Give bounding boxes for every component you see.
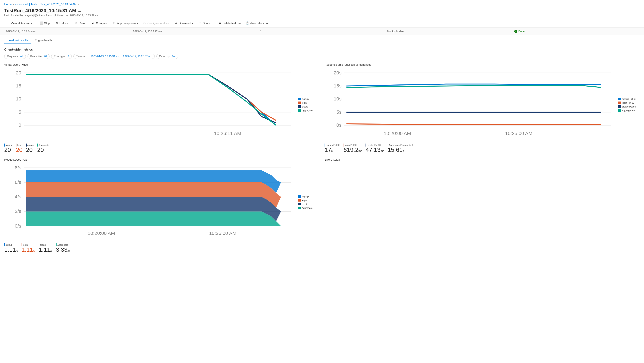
- rerun-icon: ⟳: [74, 21, 78, 25]
- virtual-users-svg: 20 15 10 5 0 10:26:11 A: [4, 68, 296, 141]
- errors-title: Errors (total): [324, 158, 640, 161]
- vu-value-signup: 20: [4, 147, 12, 153]
- rt-legend-color-create: [618, 105, 621, 108]
- auto-refresh-button[interactable]: 🕐 Auto refresh off: [244, 20, 272, 26]
- clock-icon: 🕐: [246, 21, 249, 25]
- status-label: Done: [518, 30, 524, 33]
- rs-legend-signup: signup: [298, 195, 320, 198]
- tab-engine-health[interactable]: Engine health: [31, 37, 55, 44]
- virtual-users-title: Virtual Users (Max): [4, 63, 320, 66]
- tab-load-test-results[interactable]: Load test results: [4, 37, 31, 44]
- rt-legend-label-create: create Pct 90: [622, 105, 636, 108]
- more-options[interactable]: ...: [78, 9, 81, 12]
- share-button[interactable]: ⤴ Share: [196, 20, 212, 26]
- filter-time-range[interactable]: Time ran... : 2023-04-19, 10:15:34 a.m. …: [74, 54, 154, 59]
- rs-metric-signup: signup 1.11/s: [4, 243, 18, 253]
- vu-metric-signup: signup 20: [4, 144, 12, 153]
- svg-text:8/s: 8/s: [15, 165, 21, 170]
- share-icon: ⤴: [198, 21, 202, 25]
- virtual-users-metric-cards: signup 20 login 20: [4, 144, 320, 153]
- page-subtitle: Last Updated by : aayodeji@microsoft.com…: [4, 14, 640, 17]
- rt-legend-signup: signup Pct 90: [618, 98, 640, 100]
- rs-label-aggregate: Aggregate: [57, 244, 68, 246]
- rs-legend-label-aggregate: Aggregate: [302, 207, 312, 209]
- response-time-legend: signup Pct 90 login Pct 90 create Pct 90…: [618, 68, 640, 141]
- delete-test-run-button[interactable]: 🗑 Delete test run: [216, 20, 243, 26]
- vu-value-create: 20: [26, 147, 34, 153]
- compare-icon: ⇌: [92, 21, 95, 25]
- settings-icon: ⚙: [143, 21, 146, 25]
- metrics-grid: Virtual Users (Max) 20 15 10 5: [4, 63, 640, 253]
- filter-requests[interactable]: Requests : All: [4, 54, 26, 59]
- count-cell: 1: [258, 29, 386, 34]
- rs-value-login: 1.11/s: [22, 247, 36, 253]
- vu-metric-aggregate: Aggregate 20: [37, 144, 49, 153]
- rt-legend-label-login: login Pct 90: [622, 101, 634, 104]
- vu-label-login: login: [17, 144, 22, 146]
- rs-label-create: create: [40, 244, 46, 246]
- rt-value-aggregate: 15.61s: [388, 147, 414, 153]
- vu-value-aggregate: 20: [37, 147, 49, 153]
- rs-metric-create: create 1.11/s: [38, 243, 52, 253]
- app-components-button[interactable]: ⊞ App components: [110, 20, 140, 26]
- rt-metric-aggregate: Aggregate Percentile90 15.61s: [388, 144, 414, 153]
- filter-percentile[interactable]: Percentile : 90: [28, 54, 50, 59]
- filter-group-by[interactable]: Group by : 1m: [156, 54, 178, 59]
- rs-legend-label-login: login: [302, 199, 307, 202]
- refresh-button[interactable]: ↻ Refresh: [53, 20, 72, 26]
- rt-legend-login: login Pct 90: [618, 101, 640, 104]
- svg-text:10:20:00 AM: 10:20:00 AM: [88, 230, 115, 236]
- response-time-chart-area: 20s 15s 10s 5s 0s 10:20: [324, 68, 640, 141]
- svg-text:0s: 0s: [336, 122, 342, 128]
- rs-legend-color-create: [298, 203, 301, 205]
- rs-metric-login: login 1.11/s: [22, 243, 36, 253]
- rs-legend-label-signup: signup: [302, 195, 308, 198]
- svg-text:6/s: 6/s: [15, 179, 21, 185]
- rs-label-signup: signup: [6, 244, 12, 246]
- breadcrumb-home[interactable]: Home: [4, 2, 12, 6]
- breadcrumb-sep-3: ›: [78, 3, 79, 5]
- rt-metric-create: create Pct 90 47.13ms: [366, 144, 384, 153]
- breadcrumb-test-run[interactable]: Test_4/19/2023_10:13:34 AM: [40, 2, 76, 6]
- virtual-users-legend: signup login create Aggregate: [298, 68, 320, 141]
- configure-metrics-button[interactable]: ⚙ Configure metrics: [141, 20, 171, 26]
- rs-legend-create: create: [298, 203, 320, 205]
- info-row: 2023-04-19, 10:15:34 a.m. 2023-04-19, 10…: [0, 28, 644, 35]
- breadcrumb: Home › awesomeIt | Tests › Test_4/19/202…: [0, 0, 644, 7]
- section-title: Client-side metrics: [4, 47, 640, 51]
- response-time-metric-cards: signup Pct 90 17s login Pct 90 619.2ms: [324, 144, 640, 153]
- vu-value-login: 20: [16, 147, 22, 153]
- breadcrumb-sep-2: ›: [38, 3, 39, 5]
- legend-label-login: login: [302, 101, 307, 104]
- legend-create: create: [298, 105, 320, 108]
- view-all-tests-button[interactable]: ☰ View all test runs: [4, 20, 34, 26]
- svg-text:5: 5: [18, 109, 21, 115]
- svg-text:0/s: 0/s: [15, 223, 21, 229]
- vu-bar-signup: [4, 144, 5, 146]
- breadcrumb-tests[interactable]: awesomeIt | Tests: [15, 2, 37, 6]
- page-header: TestRun_4/19/2023_10:15:31 AM ... Last U…: [0, 7, 644, 18]
- rt-metric-signup: signup Pct 90 17s: [324, 144, 340, 153]
- rt-legend-label-aggregate: Aggregate P...: [622, 109, 637, 112]
- rerun-button[interactable]: ⟳ Rerun: [72, 20, 88, 26]
- rs-legend-color-login: [298, 199, 301, 202]
- vu-bar-aggregate: [37, 144, 38, 146]
- svg-text:15s: 15s: [334, 83, 342, 88]
- rt-bar-signup: [324, 144, 325, 146]
- stop-button[interactable]: ⬜ Stop: [38, 20, 52, 26]
- svg-text:10:25:00 AM: 10:25:00 AM: [505, 130, 532, 136]
- svg-text:10s: 10s: [334, 96, 342, 101]
- grid-icon: ⊞: [112, 21, 116, 25]
- page-title-text: TestRun_4/19/2023_10:15:31 AM: [4, 8, 76, 13]
- compare-button[interactable]: ⇌ Compare: [90, 20, 110, 26]
- rs-value-create: 1.11/s: [38, 247, 52, 253]
- rt-bar-login: [344, 144, 344, 146]
- legend-color-login: [298, 101, 301, 104]
- errors-chart: Errors (total): [324, 158, 640, 253]
- filter-error-type[interactable]: Error type : 0: [51, 54, 72, 59]
- vu-label-create: create: [27, 144, 34, 146]
- svg-text:20: 20: [16, 70, 21, 75]
- stop-icon: ⬜: [40, 21, 43, 25]
- download-button[interactable]: ⬇ Download ▾: [172, 20, 196, 26]
- svg-text:2/s: 2/s: [15, 209, 21, 214]
